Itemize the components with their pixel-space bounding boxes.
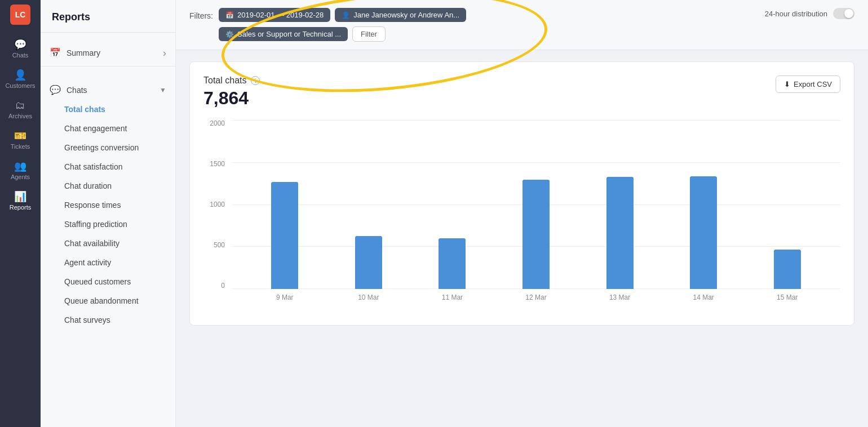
agents-filter-chip[interactable]: 👤 Jane Janeowsky or Andrew An... xyxy=(335,8,466,22)
chats-section-label: Chats xyxy=(67,86,87,95)
nav-label-tickets: Tickets xyxy=(11,143,30,150)
groups-filter-chip[interactable]: ⚙️ Sales or Support or Technical ... xyxy=(219,27,348,41)
nav-staffing-prediction[interactable]: Staffing prediction xyxy=(41,215,175,234)
nav-item-tickets[interactable]: 🎫 Tickets xyxy=(0,125,41,155)
summary-expand-button[interactable]: › xyxy=(163,48,166,58)
nav-label-customers: Customers xyxy=(5,82,35,89)
bar-group-12-Mar xyxy=(494,180,578,289)
x-label-0: 9 Mar xyxy=(243,293,327,301)
y-label-500: 500 xyxy=(214,242,225,248)
summary-section: 📅 Summary › xyxy=(41,33,175,73)
export-label: Export CSV xyxy=(794,80,832,88)
reports-icon: 📊 xyxy=(14,192,26,202)
nav-queued-customers[interactable]: Queued customers xyxy=(41,272,175,291)
summary-section-header[interactable]: 📅 Summary › xyxy=(41,39,175,66)
bars-container xyxy=(232,120,840,289)
y-label-2000: 2000 xyxy=(210,120,225,127)
nav-chat-satisfaction[interactable]: Chat satisfaction xyxy=(41,157,175,176)
nav-total-chats[interactable]: Total chats xyxy=(41,100,175,119)
app-logo: LC xyxy=(10,5,30,25)
nav-label-reports: Reports xyxy=(10,204,32,211)
nav-queue-abandonment[interactable]: Queue abandonment xyxy=(41,291,175,310)
download-icon: ⬇ xyxy=(784,80,790,88)
bar-group-15-Mar xyxy=(745,250,829,289)
bar-group-13-Mar xyxy=(578,177,662,289)
bar-2[interactable] xyxy=(439,238,466,289)
nav-label-chats: Chats xyxy=(12,52,29,59)
chat-section-icon: 💬 xyxy=(50,84,61,95)
export-csv-button[interactable]: ⬇ Export CSV xyxy=(776,75,840,93)
x-label-2: 11 Mar xyxy=(410,293,494,301)
bar-group-9-Mar xyxy=(243,182,327,289)
nav-chat-availability[interactable]: Chat availability xyxy=(41,234,175,253)
chevron-down-icon: ▼ xyxy=(160,86,166,94)
chart-title-group: Total chats i 7,864 xyxy=(203,75,260,109)
nav-label-agents: Agents xyxy=(11,174,30,180)
bar-group-14-Mar xyxy=(662,176,746,289)
nav-item-archives[interactable]: 🗂 Archives xyxy=(0,95,41,125)
bar-5[interactable] xyxy=(690,176,717,289)
x-label-5: 14 Mar xyxy=(662,293,746,301)
date-range-filter-chip[interactable]: 📅 2019-02-01 — 2019-02-28 xyxy=(219,8,330,22)
info-icon[interactable]: i xyxy=(251,76,260,85)
nav-chat-duration[interactable]: Chat duration xyxy=(41,176,175,195)
bar-1[interactable] xyxy=(355,236,382,289)
x-label-6: 15 Mar xyxy=(745,293,829,301)
bar-group-11-Mar xyxy=(410,238,494,289)
customers-icon: 👤 xyxy=(14,70,26,80)
y-label-0: 0 xyxy=(221,282,225,289)
add-filter-button[interactable]: Filter xyxy=(352,26,386,42)
left-navigation: LC 💬 Chats 👤 Customers 🗂 Archives 🎫 Tick… xyxy=(0,0,41,427)
nav-item-agents[interactable]: 👥 Agents xyxy=(0,155,41,186)
nav-chat-surveys[interactable]: Chat surveys xyxy=(41,310,175,330)
sidebar: Reports 📅 Summary › 💬 Chats ▼ Total chat… xyxy=(41,0,176,427)
bar-0[interactable] xyxy=(271,182,298,289)
nav-label-archives: Archives xyxy=(8,113,32,119)
nav-item-customers[interactable]: 👤 Customers xyxy=(0,64,41,95)
chats-icon: 💬 xyxy=(14,39,26,50)
bar-4[interactable] xyxy=(606,177,634,289)
y-label-1000: 1000 xyxy=(210,201,225,208)
nav-item-reports[interactable]: 📊 Reports xyxy=(0,186,41,216)
y-axis: 2000 1500 1000 500 0 xyxy=(203,120,232,289)
y-label-1500: 1500 xyxy=(210,161,225,167)
nav-chat-engagement[interactable]: Chat engagement xyxy=(41,119,175,138)
nav-response-times[interactable]: Response times xyxy=(41,195,175,215)
date-range-chip-text: 2019-02-01 — 2019-02-28 xyxy=(237,11,324,19)
nav-item-chats[interactable]: 💬 Chats xyxy=(0,34,41,64)
distribution-label: 24-hour distribution xyxy=(765,10,827,18)
agent-chip-icon: 👤 xyxy=(342,11,350,19)
bar-group-10-Mar xyxy=(327,236,411,289)
nav-agent-activity[interactable]: Agent activity xyxy=(41,253,175,272)
chats-section: 💬 Chats ▼ Total chats Chat engagement Gr… xyxy=(41,73,175,336)
distribution-toggle-switch[interactable] xyxy=(833,8,854,19)
agents-icon: 👥 xyxy=(14,161,26,171)
calendar-icon: 📅 xyxy=(50,47,61,58)
archives-icon: 🗂 xyxy=(15,100,25,110)
agents-chip-text: Jane Janeowsky or Andrew An... xyxy=(353,11,459,19)
chart-area: Total chats i 7,864 ⬇ Export CSV 2000 15… xyxy=(176,50,868,427)
x-labels: 9 Mar10 Mar11 Mar12 Mar13 Mar14 Mar15 Ma… xyxy=(232,289,840,301)
groups-chip-text: Sales or Support or Technical ... xyxy=(237,30,341,38)
x-label-4: 13 Mar xyxy=(578,293,662,301)
chart-header: Total chats i 7,864 ⬇ Export CSV xyxy=(203,75,840,109)
groups-chip-icon: ⚙️ xyxy=(225,30,234,38)
chart-title: Total chats i xyxy=(203,75,260,86)
bar-6[interactable] xyxy=(774,250,801,289)
filters-bar: Filters: 📅 2019-02-01 — 2019-02-28 👤 Jan… xyxy=(176,0,868,50)
sidebar-title: Reports xyxy=(41,0,175,33)
summary-label: Summary xyxy=(67,48,100,57)
bar-chart: 2000 1500 1000 500 0 xyxy=(203,120,840,312)
total-chats-card: Total chats i 7,864 ⬇ Export CSV 2000 15… xyxy=(189,61,854,326)
x-label-1: 10 Mar xyxy=(327,293,411,301)
distribution-toggle-group: 24-hour distribution xyxy=(765,8,854,19)
calendar-chip-icon: 📅 xyxy=(225,11,234,19)
chart-total-value: 7,864 xyxy=(203,88,260,109)
chats-section-header[interactable]: 💬 Chats ▼ xyxy=(41,80,175,100)
nav-greetings-conversion[interactable]: Greetings conversion xyxy=(41,138,175,157)
bar-3[interactable] xyxy=(522,180,550,289)
chart-body xyxy=(232,120,840,289)
filters-label: Filters: xyxy=(189,8,213,20)
tickets-icon: 🎫 xyxy=(14,131,26,141)
x-label-3: 12 Mar xyxy=(494,293,578,301)
